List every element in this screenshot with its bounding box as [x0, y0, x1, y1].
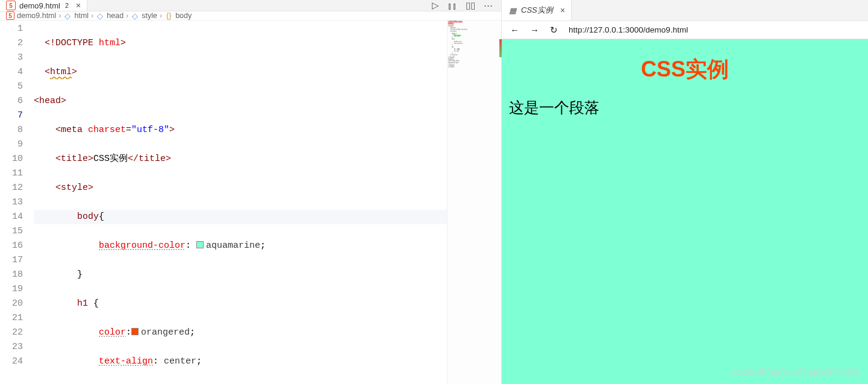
editor-tab[interactable]: 5 demo9.html 2 × — [0, 0, 87, 11]
editor-tab-actions: ▷ ⫿⫿ ▯▯ ⋯ — [432, 0, 501, 11]
preview-pane: ▦ CSS实例 × ← → ↻ http://127.0.0.1:3000/de… — [502, 0, 868, 384]
browser-nav-bar: ← → ↻ http://127.0.0.1:3000/demo9.html — [502, 21, 868, 39]
color-swatch-icon — [131, 328, 139, 335]
code-content[interactable]: <!DOCTYPE html> <html> <head> <meta char… — [34, 20, 501, 384]
tab-dirty-badge: 2 — [65, 2, 69, 9]
cube-icon: ◇ — [63, 11, 72, 20]
minimap-content: <!DOCTYPE html> <html> <head> <meta> <ti… — [448, 20, 501, 68]
tab-close-icon[interactable]: × — [560, 5, 565, 15]
chevron-right-icon: › — [91, 11, 93, 20]
tab-close-icon[interactable]: × — [76, 1, 81, 10]
cube-icon: ◇ — [131, 11, 139, 20]
preview-tab-title: CSS实例 — [521, 5, 553, 16]
preview-icon: ▦ — [508, 5, 517, 15]
chevron-right-icon: › — [58, 11, 61, 20]
html5-icon: 5 — [6, 11, 14, 20]
crumb-html[interactable]: ◇ html — [63, 11, 89, 20]
crumb-style[interactable]: ◇ style — [131, 11, 157, 20]
forward-icon[interactable]: → — [530, 25, 539, 35]
preview-content: CSS实例 这是一个段落 CSDN @(((φ(◎ロ◎;)φ)))牵丝戏安 — [502, 39, 868, 384]
watermark: CSDN @(((φ(◎ロ◎;)φ)))牵丝戏安 — [731, 367, 860, 378]
chevron-right-icon: › — [126, 11, 128, 20]
run-icon[interactable]: ▷ — [432, 0, 439, 11]
split-preview-icon[interactable]: ⫿⫿ — [448, 1, 457, 11]
editor-pane: 5 demo9.html 2 × ▷ ⫿⫿ ▯▯ ⋯ 5 demo9.html … — [0, 0, 502, 384]
split-editor-icon[interactable]: ▯▯ — [466, 0, 475, 11]
url-text[interactable]: http://127.0.0.1:3000/demo9.html — [569, 25, 688, 34]
preview-tab-bar: ▦ CSS实例 × — [502, 0, 868, 21]
crumb-head[interactable]: ◇ head — [96, 11, 123, 20]
preview-paragraph: 这是一个段落 — [507, 98, 863, 118]
breadcrumb: 5 demo9.html › ◇ html › ◇ head › ◇ style… — [0, 11, 501, 20]
chevron-right-icon: › — [160, 11, 162, 20]
reload-icon[interactable]: ↻ — [550, 25, 558, 36]
editor-area[interactable]: 123456789101112131415161718192021222324 … — [0, 20, 501, 384]
change-marker — [499, 39, 502, 57]
editor-tab-bar: 5 demo9.html 2 × ▷ ⫿⫿ ▯▯ ⋯ — [0, 0, 501, 11]
more-actions-icon[interactable]: ⋯ — [484, 0, 493, 11]
back-icon[interactable]: ← — [510, 25, 519, 35]
preview-heading: CSS实例 — [507, 55, 863, 84]
color-swatch-icon — [196, 241, 204, 248]
crumb-body[interactable]: {} body — [164, 11, 192, 20]
html5-icon: 5 — [6, 1, 16, 10]
crumb-file[interactable]: 5 demo9.html — [6, 11, 56, 20]
line-number-gutter: 123456789101112131415161718192021222324 — [0, 20, 34, 384]
cube-icon: ◇ — [96, 11, 104, 20]
brace-icon: {} — [164, 11, 173, 20]
preview-tab[interactable]: ▦ CSS实例 × — [502, 0, 572, 20]
tab-filename: demo9.html — [19, 1, 60, 10]
minimap[interactable]: <!DOCTYPE html> <html> <head> <meta> <ti… — [447, 20, 501, 384]
